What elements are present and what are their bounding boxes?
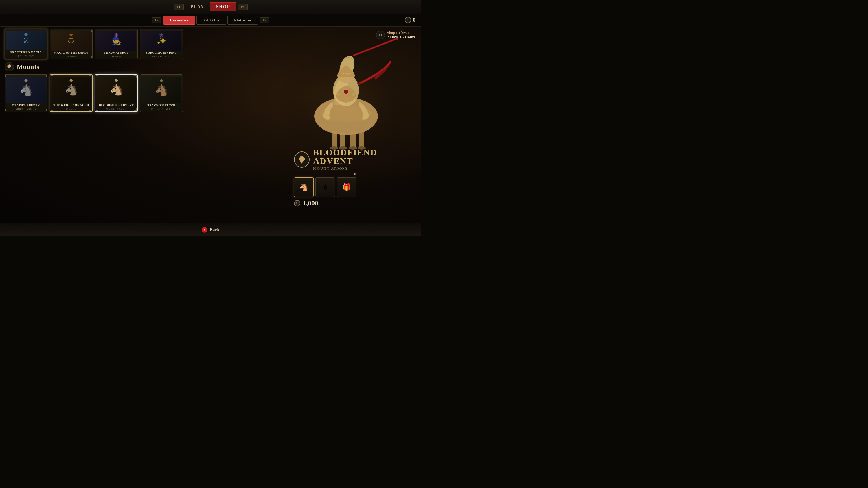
accessories-row: 🐴 🗡 🎁	[294, 177, 415, 197]
accessory-slot-0[interactable]: 🐴	[294, 177, 314, 197]
mounts-section: Mounts DEATH'S BURDEN MOUNT ARMOR	[5, 62, 416, 112]
mount-icon-brackish	[159, 78, 163, 84]
item-large-icon	[294, 152, 310, 168]
card-thaumaturge[interactable]: THAUMATURGE ARMOR	[95, 29, 138, 59]
mount-icon-gold	[69, 78, 73, 84]
mount-card-bloodfiend-advent[interactable]: BLOODFIEND ADVENT MOUNT ARMOR	[95, 74, 138, 112]
card-thumb-fractured	[6, 31, 46, 50]
back-button-circle-icon: ●	[202, 227, 208, 233]
card-sorceric-binding[interactable]: SORCERIC BINDING ACCESSORIES	[140, 29, 183, 59]
back-bar: ● Back	[0, 223, 421, 236]
price-display: ⬡ 1,000	[294, 199, 415, 207]
accessory-slot-2[interactable]: 🎁	[337, 177, 356, 197]
mount-type-brackish: MOUNT ARMOR	[151, 108, 172, 110]
mount-thumb-gold	[52, 77, 91, 103]
card-thumb-thaum	[96, 31, 136, 51]
mount-type-gold: MOUNT	[66, 107, 76, 110]
item-title-block: BLOODFIEND ADVENT MOUNT ARMOR	[313, 148, 415, 171]
card-name-fractured: FRACTURED MAGIC	[10, 51, 42, 54]
card-name-sands: MAGIC OF THE SANDS	[54, 51, 88, 55]
equipment-section: FRACTURED MAGIC EQUIPMENT MAGIC OF THE S…	[5, 29, 416, 59]
currency-display: ⬡ 0	[405, 17, 415, 23]
mounts-cards-list: DEATH'S BURDEN MOUNT ARMOR THE WEIGHT OF…	[5, 74, 416, 112]
currency-amount: 0	[413, 17, 415, 23]
refresh-icon: ↻	[376, 31, 385, 39]
tab-platinum[interactable]: Platinum	[227, 16, 258, 25]
card-thumb-sands	[51, 31, 91, 51]
card-type-fractured: EQUIPMENT	[18, 55, 34, 58]
card-name-thaum: THAUMATURGE	[104, 51, 129, 55]
card-magic-of-sands[interactable]: MAGIC OF THE SANDS ARMOR	[50, 29, 93, 59]
back-button-label[interactable]: Back	[210, 228, 220, 232]
card-thumb-sorceric	[142, 31, 181, 51]
currency-icon: ⬡	[405, 17, 411, 23]
mounts-section-header: Mounts	[5, 62, 416, 71]
mount-name-gold: THE WEIGHT OF GOLD	[53, 103, 89, 107]
mount-name-deaths: DEATH'S BURDEN	[12, 104, 40, 107]
item-sub-title: MOUNT ARMOR	[313, 166, 415, 171]
mount-card-deaths-burden[interactable]: DEATH'S BURDEN MOUNT ARMOR	[5, 74, 48, 112]
card-type-thaum: ARMOR	[112, 55, 121, 58]
mount-name-blood: BLOODFIEND ADVENT	[99, 103, 134, 107]
mount-card-brackish-fetch[interactable]: BRACKISH FETCH MOUNT ARMOR	[140, 74, 183, 112]
refresh-label: Shop Refresh:	[387, 30, 415, 35]
mount-name-brackish: BRACKISH FETCH	[147, 104, 175, 107]
mounts-section-icon	[5, 62, 14, 71]
r2-trigger: R2	[260, 18, 269, 23]
card-fractured-magic[interactable]: FRACTURED MAGIC EQUIPMENT	[5, 29, 48, 59]
item-divider	[294, 174, 415, 174]
tab-cosmetics[interactable]: Cosmetics	[163, 16, 195, 25]
mount-icon-deaths	[24, 78, 28, 84]
refresh-text-block: Shop Refresh: 7 Days 16 Hours	[387, 30, 415, 40]
price-coin-icon: ⬡	[294, 200, 300, 206]
mount-thumb-deaths	[6, 77, 46, 103]
shop-nav-button[interactable]: SHOP	[210, 2, 237, 11]
mount-icon-blood	[114, 78, 118, 84]
item-main-title: BLOODFIEND ADVENT	[313, 148, 415, 165]
shop-refresh-timer: ↻ Shop Refresh: 7 Days 16 Hours	[376, 30, 415, 40]
r1-trigger: R1	[238, 4, 248, 10]
accessory-slot-1[interactable]: 🗡	[315, 177, 335, 197]
tab-bar: L2 Cosmetics Add Ons Platinum R2	[0, 14, 421, 27]
refresh-time: 7 Days 16 Hours	[387, 35, 415, 40]
card-name-sorceric: SORCERIC BINDING	[146, 51, 177, 55]
play-nav-button[interactable]: PLAY	[185, 3, 210, 11]
mount-card-weight-of-gold[interactable]: THE WEIGHT OF GOLD MOUNT	[50, 74, 93, 112]
top-navigation: L1 PLAY SHOP R1	[0, 0, 421, 14]
mount-type-deaths: MOUNT ARMOR	[16, 108, 36, 110]
l1-trigger: L1	[174, 4, 184, 10]
item-info-header: BLOODFIEND ADVENT MOUNT ARMOR	[294, 148, 415, 171]
svg-marker-1	[159, 33, 163, 37]
mounts-section-title: Mounts	[17, 63, 39, 70]
l2-trigger: L2	[152, 18, 161, 23]
card-type-sorceric: ACCESSORIES	[152, 55, 171, 58]
mount-type-blood: MOUNT ARMOR	[106, 107, 126, 110]
card-type-sands: ARMOR	[66, 55, 76, 58]
mount-thumb-blood	[97, 77, 136, 103]
mount-thumb-brackish	[142, 77, 181, 103]
item-info-panel: BLOODFIEND ADVENT MOUNT ARMOR 🐴 🗡 🎁 ⬡ 1,…	[294, 148, 415, 207]
tab-addons[interactable]: Add Ons	[196, 16, 226, 25]
price-amount: 1,000	[303, 199, 318, 207]
